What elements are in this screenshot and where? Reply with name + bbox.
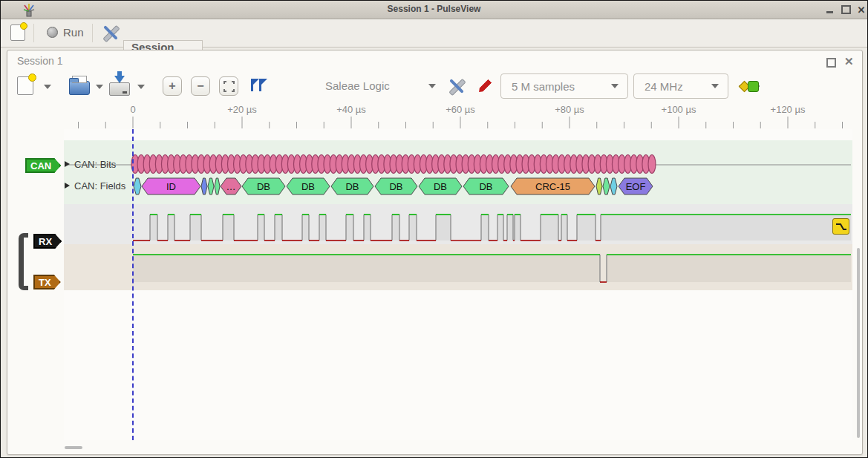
- main-toolbar: Run Session 1 ✕: [1, 19, 867, 48]
- fields-row-label: CAN: Fields: [74, 180, 125, 192]
- decoder-icon: [739, 79, 760, 93]
- probe-icon: [475, 77, 493, 95]
- panel-float-button[interactable]: [826, 58, 836, 68]
- zoom-fit-button[interactable]: [219, 76, 238, 96]
- new-session-icon: [10, 24, 25, 41]
- float-icon: [826, 58, 836, 68]
- new-session-button[interactable]: [10, 24, 25, 41]
- bits-row-expander[interactable]: [65, 161, 70, 167]
- new-view-dropdown[interactable]: [44, 85, 51, 89]
- close-button[interactable]: ✕: [855, 4, 867, 16]
- combo-arrow-icon: [711, 84, 719, 88]
- ruler-label: 0: [130, 104, 135, 115]
- new-view-button[interactable]: [17, 76, 33, 95]
- maximize-icon: [841, 5, 851, 14]
- run-state-icon: [47, 27, 58, 38]
- can-decoder-tag[interactable]: CAN: [25, 158, 61, 173]
- combo-arrow-icon: [611, 84, 619, 88]
- cursor-flag-icon: [259, 79, 261, 91]
- sample-count-value: 5 M samples: [512, 80, 575, 93]
- ruler-label: +20 µs: [227, 104, 257, 115]
- minus-icon: −: [197, 79, 203, 93]
- cursor-flag-icon: [251, 79, 253, 91]
- can-decoder-band: [64, 140, 852, 204]
- minimize-icon: [826, 11, 833, 13]
- title-bar: Session 1 - PulseView ✕: [1, 1, 867, 19]
- horizontal-scrollbar[interactable]: [65, 446, 82, 449]
- configure-device-button[interactable]: [448, 78, 466, 94]
- ruler-label: +80 µs: [555, 104, 584, 115]
- save-icon: [109, 82, 130, 96]
- device-selector[interactable]: Saleae Logic: [325, 79, 390, 92]
- zoom-out-button[interactable]: −: [191, 76, 210, 96]
- configure-icon: [448, 78, 466, 94]
- panel-close-button[interactable]: ✕: [844, 55, 854, 68]
- tx-channel-band: [64, 244, 852, 290]
- rx-channel-band: [64, 204, 852, 244]
- zoom-fit-icon: [223, 81, 235, 92]
- add-decoder-button[interactable]: [739, 79, 760, 93]
- show-cursors-button[interactable]: [251, 79, 261, 91]
- pulseview-window: Session 1 - PulseView ✕ Run Session 1 ✕ …: [0, 0, 868, 458]
- vertical-scrollbar[interactable]: [857, 248, 860, 438]
- minimize-button[interactable]: [823, 4, 835, 16]
- ruler-label: +120 µs: [771, 104, 806, 115]
- fields-row-expander[interactable]: [65, 183, 70, 189]
- save-button[interactable]: [109, 82, 130, 96]
- save-dropdown[interactable]: [137, 85, 145, 89]
- sample-rate-combo[interactable]: 24 MHz: [633, 73, 728, 99]
- tools-icon: [102, 24, 120, 41]
- zoom-in-button[interactable]: +: [163, 76, 182, 96]
- device-dropdown-icon[interactable]: [428, 84, 436, 88]
- trigger-marker[interactable]: [832, 218, 849, 235]
- close-icon: ✕: [858, 4, 866, 16]
- maximize-button[interactable]: [840, 4, 852, 16]
- open-folder-icon: [69, 81, 90, 95]
- channel-group-bracket[interactable]: [19, 233, 28, 290]
- window-title: Session 1 - PulseView: [1, 4, 867, 14]
- sample-count-combo[interactable]: 5 M samples: [500, 73, 628, 99]
- run-button[interactable]: [47, 27, 58, 38]
- toolbar-separator: [92, 24, 93, 42]
- toolbar-separator: [33, 24, 34, 42]
- time-zero-cursor[interactable]: [132, 129, 134, 440]
- sample-rate-value: 24 MHz: [645, 80, 683, 93]
- ruler-label: +40 µs: [336, 104, 366, 115]
- plus-icon: +: [169, 79, 175, 93]
- new-badge-icon: [20, 22, 27, 30]
- run-label[interactable]: Run: [63, 26, 84, 39]
- ruler-label: +100 µs: [662, 104, 696, 115]
- settings-button[interactable]: [102, 24, 120, 41]
- falling-edge-icon: [835, 221, 847, 232]
- open-dropdown[interactable]: [96, 85, 103, 89]
- panel-title: Session 1: [17, 55, 62, 67]
- ruler-label: +60 µs: [446, 104, 475, 115]
- channels-button[interactable]: [475, 77, 493, 95]
- bits-row-label: CAN: Bits: [74, 159, 116, 170]
- new-view-icon: [17, 76, 33, 95]
- open-button[interactable]: [69, 81, 90, 95]
